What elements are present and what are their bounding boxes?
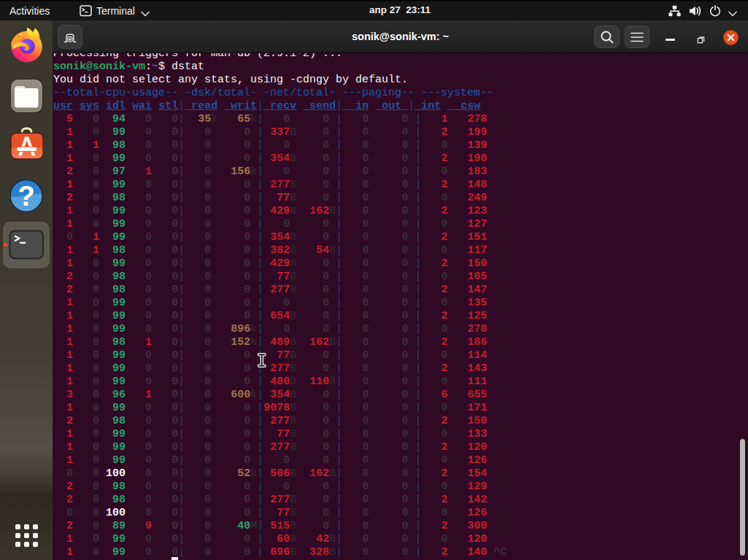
svg-text:?: ?	[18, 181, 34, 211]
